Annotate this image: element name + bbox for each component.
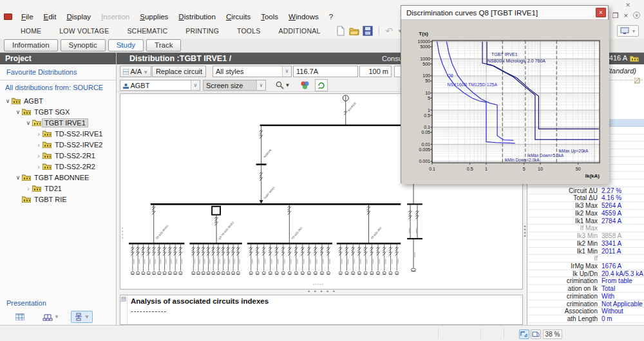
screen-size-select[interactable]: Screen size∨ bbox=[203, 80, 266, 91]
color-styles-button[interactable] bbox=[298, 79, 312, 91]
expand-icon[interactable]: ∨ bbox=[4, 98, 12, 104]
property-row[interactable]: Circuit ΔU2.27 % bbox=[527, 187, 644, 195]
property-row[interactable]: ath Length0 m bbox=[527, 315, 644, 323]
expand-icon[interactable]: ∨ bbox=[24, 120, 32, 126]
property-row[interactable]: If Max bbox=[527, 225, 644, 232]
ribbon-tab-tools[interactable]: TOOLS bbox=[228, 27, 269, 35]
ribbon-tab-schematic[interactable]: SCHEMATIC bbox=[118, 27, 176, 35]
property-label: crimination bbox=[527, 300, 600, 308]
tab-synoptic[interactable]: Synoptic bbox=[61, 39, 106, 51]
dialog-title: Discrimination curves Q8 [TGBT IRVE1] bbox=[401, 9, 596, 17]
display-mode-button[interactable]: ▼ bbox=[617, 25, 639, 37]
fit-width-button[interactable] bbox=[531, 329, 541, 339]
tree-item-td-ss2-irve1[interactable]: ›TD-SS2-IRVE1 bbox=[0, 128, 116, 139]
analysis-body: ------------ bbox=[131, 307, 167, 315]
schematic-layout-button[interactable]: ▼ bbox=[71, 311, 93, 323]
folder-icon bbox=[22, 174, 31, 181]
properties-corner-icon[interactable] bbox=[634, 77, 640, 85]
tab-study[interactable]: Study bbox=[108, 39, 144, 51]
property-label: Ik3 Min bbox=[527, 232, 600, 239]
menu-insertion[interactable]: Insertion bbox=[96, 13, 135, 21]
tab-track[interactable]: Track bbox=[146, 39, 181, 51]
doc-close-icon[interactable]: × bbox=[624, 12, 628, 20]
tree-item-td-ss2-2r2[interactable]: ›TD-SS2-2R2 bbox=[0, 161, 116, 172]
svg-text:0.01: 0.01 bbox=[421, 142, 430, 147]
undo-icon[interactable]: ↶ bbox=[385, 26, 393, 36]
current-field[interactable]: 116.7A bbox=[293, 66, 358, 77]
property-row[interactable]: Ik2 Max4559 A bbox=[527, 210, 644, 217]
menu-display[interactable]: Display bbox=[61, 13, 96, 21]
property-row[interactable]: criminationFrom table bbox=[527, 277, 644, 285]
zoom-tool-button[interactable]: ▼ bbox=[273, 80, 292, 91]
tree-item-td-ss2-irve2[interactable]: ›TD-SS2-IRVE2 bbox=[0, 139, 116, 150]
menu-circuits[interactable]: Circuits bbox=[221, 13, 256, 21]
svg-text:5: 5 bbox=[523, 167, 526, 171]
ribbon-tab-home[interactable]: HOME bbox=[12, 27, 50, 35]
distribution-title: Distribution :TGBT IRVE1 / bbox=[129, 54, 231, 63]
tree-item-tgbt-rie[interactable]: TGBT RIE bbox=[0, 194, 116, 205]
ribbon-options-icon[interactable]: ∨ bbox=[633, 12, 640, 19]
expand-icon[interactable]: ∨ bbox=[14, 174, 22, 181]
svg-text:1: 1 bbox=[428, 108, 430, 113]
tree-item-td-ss2-2r1[interactable]: ›TD-SS2-2R1 bbox=[0, 150, 116, 161]
ribbon-tab-additional[interactable]: ADDITIONAL bbox=[269, 27, 329, 35]
horizontal-splitter[interactable]: • • • • • bbox=[293, 290, 351, 295]
menu-tools[interactable]: Tools bbox=[256, 13, 283, 21]
menu-windows[interactable]: Windows bbox=[283, 13, 324, 21]
svg-text:0.5: 0.5 bbox=[424, 113, 430, 118]
favourite-distributions-link[interactable]: Favourite Distributions bbox=[0, 64, 116, 78]
property-row[interactable]: Ik2 Min3341 A bbox=[527, 240, 644, 248]
property-row[interactable]: Ik3 Min3858 A bbox=[527, 232, 644, 240]
styles-select[interactable]: All styles∨ bbox=[213, 66, 292, 77]
property-row[interactable]: Total ΔU4.16 % bbox=[527, 194, 644, 202]
expand-icon[interactable]: ∨ bbox=[14, 109, 22, 115]
menu-?[interactable]: ? bbox=[324, 13, 338, 21]
property-row[interactable]: Ik Up/Dn20.4 kA/5.3 kA bbox=[527, 270, 644, 278]
property-row[interactable]: Ik1 Min2011 A bbox=[527, 248, 644, 255]
length-field[interactable]: 100 m bbox=[359, 66, 392, 77]
property-row[interactable]: ation on IkTotal bbox=[527, 285, 644, 293]
tree-item-tgbt-abonnee[interactable]: ∨TGBT ABONNEE bbox=[0, 172, 116, 183]
menu-edit[interactable]: Edit bbox=[39, 13, 62, 21]
property-row[interactable]: criminationWith bbox=[527, 293, 644, 300]
aa-display-button[interactable]: A/A▼ bbox=[120, 66, 151, 77]
svg-text:0.5: 0.5 bbox=[467, 167, 473, 171]
tree-item-agbt[interactable]: ∨AGBT bbox=[0, 95, 116, 106]
property-value: 2.27 % bbox=[600, 187, 644, 194]
property-row[interactable]: criminationNot Applicable bbox=[527, 300, 644, 308]
collapse-icon[interactable]: › bbox=[24, 185, 32, 192]
table-view-button[interactable] bbox=[15, 313, 24, 320]
collapse-icon[interactable]: › bbox=[35, 163, 43, 170]
tree-item-tgbt-irve1[interactable]: ∨TGBT IRVE1 bbox=[0, 117, 116, 128]
replace-circuit-button[interactable]: Replace circuit bbox=[152, 66, 206, 77]
collapse-icon[interactable]: › bbox=[35, 130, 43, 138]
menu-distribution[interactable]: Distribution bbox=[173, 13, 221, 21]
tree-item-td21[interactable]: ›TD21 bbox=[0, 183, 116, 194]
property-row[interactable]: Ik1 Max2784 A bbox=[527, 217, 644, 225]
dialog-close-button[interactable]: × bbox=[596, 8, 606, 17]
distribution-select[interactable]: AGBT∨ bbox=[120, 80, 200, 91]
new-document-icon[interactable] bbox=[336, 26, 346, 36]
property-row[interactable]: IrMg Max1676 A bbox=[527, 263, 644, 270]
collapse-icon[interactable]: › bbox=[35, 141, 43, 149]
tree-layout-button[interactable]: ▼ bbox=[43, 313, 59, 321]
save-icon[interactable] bbox=[363, 26, 373, 36]
open-folder-icon[interactable] bbox=[349, 26, 359, 36]
property-row[interactable]: Ik3 Max5264 A bbox=[527, 202, 644, 210]
window-close-icon[interactable]: × bbox=[622, 1, 634, 10]
distributions-scope-link[interactable]: All distributions from: SOURCE bbox=[0, 82, 116, 94]
doc-restore-icon[interactable]: ❐ bbox=[612, 12, 619, 20]
ribbon-tab-printing[interactable]: PRINTING bbox=[176, 27, 228, 35]
tab-information[interactable]: Information bbox=[4, 39, 58, 51]
property-row[interactable]: AssociationWithout bbox=[527, 308, 644, 315]
menu-supplies[interactable]: Supplies bbox=[135, 13, 173, 21]
folder-icon bbox=[43, 130, 52, 137]
property-row[interactable]: If bbox=[527, 255, 644, 263]
refresh-button[interactable] bbox=[315, 79, 328, 91]
tree-item-tgbt-sgx[interactable]: ∨TGBT SGX bbox=[0, 106, 116, 117]
menu-file[interactable]: File bbox=[16, 13, 39, 21]
dialog-title-bar[interactable]: Discrimination curves Q8 [TGBT IRVE1] × bbox=[401, 6, 608, 20]
fit-page-button[interactable] bbox=[519, 329, 529, 339]
collapse-icon[interactable]: › bbox=[35, 152, 43, 160]
ribbon-tab-low-voltage[interactable]: LOW VOLTAGE bbox=[50, 27, 118, 35]
